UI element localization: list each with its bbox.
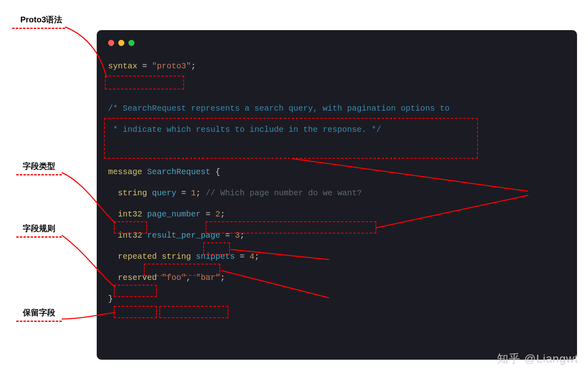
- box-syntax-line: [105, 76, 184, 90]
- type-string2: string: [162, 252, 191, 261]
- kw-repeated: repeated: [118, 252, 162, 261]
- underline-field-rule: [16, 236, 62, 238]
- type-int32-1: int32: [118, 210, 142, 219]
- box-reserved-strings: [159, 306, 228, 318]
- traffic-lights: [108, 40, 566, 46]
- label-field-rule: 字段规则: [23, 223, 55, 234]
- punct-semi2: ;: [196, 188, 201, 198]
- box-field-number-2: [203, 243, 230, 255]
- indent4: [108, 252, 118, 261]
- kw-syntax: syntax: [108, 61, 137, 71]
- box-line-comment: [206, 221, 376, 234]
- box-block-comment: [104, 118, 478, 159]
- punct-eq: =: [137, 61, 152, 71]
- brace-open: {: [215, 167, 220, 177]
- num-4: 4: [250, 252, 254, 261]
- box-kw-reserved: [114, 306, 157, 318]
- underline-reserved: [16, 321, 62, 322]
- punct-semi5: ;: [254, 252, 259, 261]
- punct-semi: ;: [191, 61, 196, 71]
- box-field-name-result: [144, 264, 220, 276]
- punct-eq5: =: [235, 252, 250, 261]
- label-reserved-field: 保留字段: [23, 307, 55, 318]
- punct-eq3: =: [201, 210, 215, 219]
- maximize-dot-icon: [128, 40, 135, 46]
- code-line-comment1: /* SearchRequest represents a search que…: [108, 98, 566, 119]
- name-pagenumber: page_number: [142, 210, 201, 219]
- underline-proto3: [12, 28, 65, 29]
- underline-field-type: [16, 174, 62, 175]
- name-query: query: [147, 188, 176, 198]
- kw-message: message: [108, 167, 142, 177]
- watermark: 知乎 @Liangwt: [497, 351, 578, 367]
- num-1: 1: [191, 188, 196, 198]
- box-type-string: [114, 221, 147, 234]
- num-2: 2: [215, 210, 220, 219]
- brace-close: }: [108, 294, 113, 304]
- code-line-query: string query = 1; // Which page number d…: [108, 183, 566, 204]
- label-field-type: 字段类型: [23, 161, 55, 172]
- punct-semi6: ;: [220, 273, 225, 282]
- close-dot-icon: [108, 40, 114, 46]
- block-comment-l1: /* SearchRequest represents a search que…: [108, 104, 449, 113]
- punct-semi3: ;: [220, 210, 225, 219]
- msg-name: SearchRequest: [142, 167, 215, 177]
- minimize-dot-icon: [118, 40, 124, 46]
- line-comment: // Which page number do we want?: [206, 188, 362, 198]
- box-kw-repeated: [114, 285, 157, 297]
- code-line-syntax: syntax = "proto3";: [108, 56, 566, 77]
- label-proto3-syntax: Proto3语法: [20, 14, 62, 25]
- indent: [108, 188, 118, 198]
- type-string: string: [118, 188, 147, 198]
- indent2: [108, 210, 118, 219]
- code-line-message: message SearchRequest {: [108, 162, 566, 183]
- str-proto3: "proto3": [152, 61, 191, 71]
- indent5: [108, 273, 118, 282]
- punct-eq2: =: [176, 188, 191, 198]
